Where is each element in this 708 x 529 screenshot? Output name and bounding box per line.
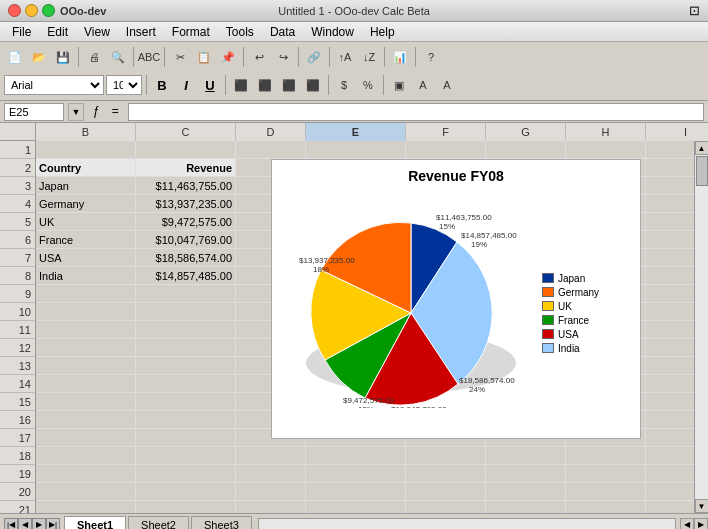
align-center-button[interactable]: ⬛ [254,74,276,96]
bg-color-button[interactable]: A [412,74,434,96]
percent-button[interactable]: % [357,74,379,96]
chart[interactable]: Revenue FY08 [271,159,641,439]
cell-g1[interactable] [486,141,566,159]
italic-button[interactable]: I [175,74,197,96]
sort-asc-button[interactable]: ↑A [334,46,356,68]
spellcheck-button[interactable]: ABC [138,46,160,68]
sheet-navigation[interactable]: |◀ ◀ ▶ ▶| [0,518,64,530]
justify-button[interactable]: ⬛ [302,74,324,96]
print-button[interactable]: 🖨 [83,46,105,68]
cell-b4[interactable]: Germany [36,195,136,213]
undo-button[interactable]: ↩ [248,46,270,68]
row-header-13[interactable]: 13 [0,357,35,375]
scroll-left-button[interactable]: ◀ [680,518,694,530]
help-button[interactable]: ? [420,46,442,68]
row-header-4[interactable]: 4 [0,195,35,213]
formula-function-button[interactable]: ƒ [88,103,105,121]
row-header-10[interactable]: 10 [0,303,35,321]
row-header-20[interactable]: 20 [0,483,35,501]
resize-icon[interactable]: ⊡ [689,3,700,18]
sheet-last-button[interactable]: ▶| [46,518,60,530]
scroll-right-button[interactable]: ▶ [694,518,708,530]
row-header-17[interactable]: 17 [0,429,35,447]
currency-button[interactable]: $ [333,74,355,96]
menu-file[interactable]: File [4,23,39,41]
sort-desc-button[interactable]: ↓Z [358,46,380,68]
cell-c4[interactable]: $13,937,235.00 [136,195,236,213]
new-button[interactable]: 📄 [4,46,26,68]
cell-f1[interactable] [406,141,486,159]
scroll-track[interactable] [695,155,709,499]
scroll-thumb[interactable] [696,156,708,186]
border-button[interactable]: ▣ [388,74,410,96]
paste-button[interactable]: 📌 [217,46,239,68]
cell-c5[interactable]: $9,472,575.00 [136,213,236,231]
cell-e1[interactable] [306,141,406,159]
col-header-f[interactable]: F [406,123,486,141]
row-header-7[interactable]: 7 [0,249,35,267]
row-header-18[interactable]: 18 [0,447,35,465]
cell-c9[interactable] [136,285,236,303]
align-right-button[interactable]: ⬛ [278,74,300,96]
menu-format[interactable]: Format [164,23,218,41]
scrollbar-vertical[interactable]: ▲ ▼ [694,141,708,513]
align-left-button[interactable]: ⬛ [230,74,252,96]
col-header-g[interactable]: G [486,123,566,141]
bold-button[interactable]: B [151,74,173,96]
scroll-up-button[interactable]: ▲ [695,141,709,155]
row-header-9[interactable]: 9 [0,285,35,303]
cell-b3[interactable]: Japan [36,177,136,195]
menu-tools[interactable]: Tools [218,23,262,41]
open-button[interactable]: 📂 [28,46,50,68]
row-header-5[interactable]: 5 [0,213,35,231]
row-header-3[interactable]: 3 [0,177,35,195]
minimize-button[interactable] [25,4,38,17]
cell-b1[interactable] [36,141,136,159]
cell-c1[interactable] [136,141,236,159]
sheet-first-button[interactable]: |◀ [4,518,18,530]
menu-data[interactable]: Data [262,23,303,41]
cut-button[interactable]: ✂ [169,46,191,68]
col-header-e[interactable]: E [306,123,406,141]
cell-b9[interactable] [36,285,136,303]
cell-c7[interactable]: $18,586,574.00 [136,249,236,267]
row-header-16[interactable]: 16 [0,411,35,429]
sheet-tab-2[interactable]: Sheet2 [128,516,189,529]
menu-insert[interactable]: Insert [118,23,164,41]
cell-c3[interactable]: $11,463,755.00 [136,177,236,195]
scroll-down-button[interactable]: ▼ [695,499,709,513]
maximize-button[interactable] [42,4,55,17]
sheet-tab-1[interactable]: Sheet1 [64,516,126,529]
font-color-button[interactable]: A [436,74,458,96]
cell-d1[interactable] [236,141,306,159]
menu-window[interactable]: Window [303,23,362,41]
underline-button[interactable]: U [199,74,221,96]
row-header-12[interactable]: 12 [0,339,35,357]
cell-b8[interactable]: India [36,267,136,285]
col-header-d[interactable]: D [236,123,306,141]
cell-c8[interactable]: $14,857,485.00 [136,267,236,285]
col-header-b[interactable]: B [36,123,136,141]
formula-input[interactable] [128,103,704,121]
sheet-next-button[interactable]: ▶ [32,518,46,530]
cell-c6[interactable]: $10,047,769.00 [136,231,236,249]
col-header-c[interactable]: C [136,123,236,141]
window-controls[interactable] [8,4,55,17]
copy-button[interactable]: 📋 [193,46,215,68]
formula-equals-button[interactable]: = [107,103,124,121]
font-selector[interactable]: Arial [4,75,104,95]
col-header-i[interactable]: I [646,123,708,141]
chart-button[interactable]: 📊 [389,46,411,68]
cell-b7[interactable]: USA [36,249,136,267]
sheet-tab-3[interactable]: Sheet3 [191,516,252,529]
menu-edit[interactable]: Edit [39,23,76,41]
cell-h1[interactable] [566,141,646,159]
cell-b6[interactable]: France [36,231,136,249]
sheet-prev-button[interactable]: ◀ [18,518,32,530]
cell-c2[interactable]: Revenue [136,159,236,177]
row-header-8[interactable]: 8 [0,267,35,285]
menu-view[interactable]: View [76,23,118,41]
row-header-6[interactable]: 6 [0,231,35,249]
font-size-selector[interactable]: 10 [106,75,142,95]
row-header-21[interactable]: 21 [0,501,35,513]
